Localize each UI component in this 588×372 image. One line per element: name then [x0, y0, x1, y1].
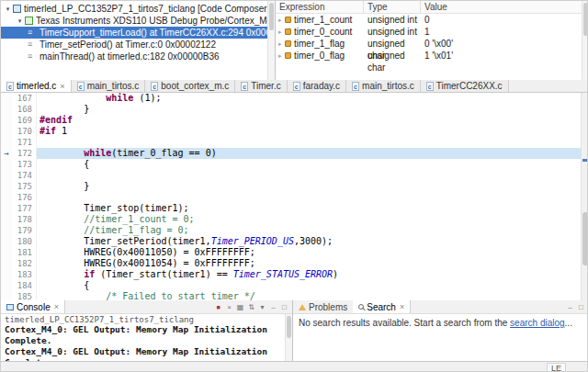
editor-tab-TimerCC26XX-c[interactable]: cTimerCC26XX.c — [421, 80, 509, 92]
expression-icon — [285, 28, 291, 35]
code-line[interactable]: 183 if (Timer_start(timer1) == Timer_STA… — [1, 269, 588, 280]
breakpoint-margin[interactable] — [1, 203, 12, 214]
code-line[interactable]: 168 } — [1, 104, 588, 115]
debug-tree-item[interactable]: ≡Timer_setPeriod() at Timer.c:0 0x000021… — [1, 39, 275, 51]
column-header-expression[interactable]: Expression — [276, 1, 364, 13]
debug-tree-item[interactable]: ▾timerled_LP_CC1352P7_1_tirtos7_ticlang … — [1, 3, 275, 15]
code-line[interactable]: 176 — [1, 192, 588, 203]
editor-tab-timerled-c[interactable]: ctimerled.c× — [1, 80, 72, 92]
column-header-type[interactable]: Type — [364, 1, 421, 13]
breakpoint-margin[interactable] — [1, 214, 12, 225]
debug-tree-item[interactable]: ≡TimerSupport_timerLoad() at TimerCC26XX… — [1, 27, 275, 39]
scrollbar-thumb[interactable] — [287, 316, 291, 338]
c-file-icon: c — [241, 82, 248, 91]
search-dialog-link[interactable]: search dialog — [510, 318, 564, 328]
code-line[interactable]: 182 HWREG(0x40011054) = 0xFFFFFFFF; — [1, 258, 588, 269]
expander-icon[interactable]: ▾ — [16, 15, 24, 27]
expression-row[interactable]: ▸timer_0_countunsigned int1 — [276, 26, 588, 38]
code-line[interactable]: 171 — [1, 137, 588, 148]
scrollbar-thumb[interactable] — [269, 3, 274, 30]
code-line[interactable]: 173 { — [1, 159, 588, 170]
code-line[interactable]: 177 Timer_stop(timer1); — [1, 203, 588, 214]
maximize-icon[interactable]: □ — [576, 303, 586, 311]
breakpoint-margin[interactable] — [1, 104, 12, 115]
breakpoint-margin[interactable] — [1, 137, 12, 148]
breakpoint-margin[interactable] — [1, 170, 12, 181]
code-line[interactable]: 179 //timer_1_flag = 0; — [1, 225, 588, 236]
code-line[interactable]: 184 { — [1, 280, 588, 291]
editor-tab-main_tirtos-c[interactable]: cmain_tirtos.c — [346, 80, 421, 92]
problems-icon — [299, 304, 306, 310]
editor-tab-label: timerled.c — [17, 81, 56, 91]
console-scrollbar[interactable] — [285, 314, 292, 361]
remove-launch-icon[interactable]: × — [224, 303, 234, 311]
terminate-icon[interactable]: ■ — [213, 304, 223, 310]
column-header-value[interactable]: Value — [421, 1, 588, 13]
code-line[interactable]: 178 //timer_1_count = 0; — [1, 214, 588, 225]
code-line[interactable]: 175 } — [1, 181, 588, 192]
code-line[interactable]: 185 /* Failed to start timer */ — [1, 291, 588, 300]
code-text — [37, 137, 588, 148]
console-menu-icon[interactable]: ▾ — [257, 303, 267, 311]
expression-value: 0 — [421, 14, 588, 26]
line-number: 175 — [12, 181, 37, 192]
close-icon[interactable]: × — [54, 302, 59, 311]
line-number: 169 — [12, 115, 37, 126]
code-token: /* Failed to start timer */ — [106, 291, 255, 300]
instruction-pointer-icon[interactable]: → — [1, 148, 12, 159]
breakpoint-margin[interactable] — [1, 236, 12, 247]
debug-tree-item[interactable]: ≡mainThread() at timerled.c:182 0x00000B… — [1, 51, 275, 62]
editor-scrollbar[interactable] — [581, 93, 588, 300]
debug-tree-item[interactable]: ▾Texas Instruments XDS110 USB Debug Prob… — [1, 15, 275, 27]
breakpoint-margin[interactable] — [1, 291, 12, 300]
expression-row[interactable]: ▸timer_1_flagunsigned char0 '\x00' — [276, 38, 588, 50]
editor-tab-boot_cortex_m-c[interactable]: cboot_cortex_m.c — [145, 80, 235, 92]
maximize-icon[interactable]: □ — [279, 303, 289, 311]
breakpoint-margin[interactable] — [1, 126, 12, 137]
scrollbar-thumb[interactable] — [582, 212, 588, 265]
expression-name: timer_0_flag — [294, 50, 345, 62]
editor-tab-main_tirtos-c[interactable]: cmain_tirtos.c — [72, 80, 146, 92]
breakpoint-margin[interactable] — [1, 247, 12, 258]
expander-icon[interactable]: ▾ — [4, 3, 12, 15]
expression-type: unsigned char — [364, 38, 421, 50]
breakpoint-margin[interactable] — [1, 181, 12, 192]
line-number: 182 — [12, 258, 37, 269]
minimize-icon[interactable]: – — [268, 303, 278, 311]
code-line[interactable]: 181 HWREG(0x40011050) = 0xFFFFFFFF; — [1, 247, 588, 258]
code-text: } — [37, 104, 588, 115]
editor-tab-Timer-c[interactable]: cTimer.c — [235, 80, 287, 92]
code-line[interactable]: 167 while (1); — [1, 93, 588, 104]
editor-tab-faraday-c[interactable]: cfaraday.c — [288, 80, 346, 92]
code-line[interactable]: 169#endif — [1, 115, 588, 126]
breakpoint-margin[interactable] — [1, 269, 12, 280]
code-line[interactable]: 180 Timer_setPeriod(timer1,Timer_PERIOD_… — [1, 236, 588, 247]
clear-console-icon[interactable]: ▦ — [235, 303, 245, 311]
code-token: #endif — [40, 115, 73, 125]
code-line[interactable]: 170#if 1 — [1, 126, 588, 137]
breakpoint-margin[interactable] — [1, 258, 12, 269]
search-message: No search results available. Start a sea… — [293, 314, 588, 332]
breakpoint-margin[interactable] — [1, 192, 12, 203]
scrollbar-thumb[interactable] — [583, 3, 588, 36]
expression-row[interactable]: ▸timer_0_flagunsigned char1 '\x01' — [276, 50, 588, 62]
tab-console[interactable]: Console × — [1, 300, 65, 313]
breakpoint-margin[interactable] — [1, 225, 12, 236]
code-line[interactable]: →172 while(timer_0_flag == 0) — [1, 148, 588, 159]
breakpoint-margin[interactable] — [1, 93, 12, 104]
expression-row[interactable]: ▸timer_1_countunsigned int0 — [276, 14, 588, 26]
close-icon[interactable]: × — [400, 302, 404, 311]
tab-problems[interactable]: Problems — [293, 300, 353, 313]
tab-search[interactable]: Search × — [353, 300, 411, 313]
code-editor[interactable]: 167 while (1);168 }169#endif170#if 1171→… — [1, 93, 588, 300]
close-icon[interactable]: × — [60, 82, 64, 91]
debug-scrollbar[interactable] — [267, 1, 275, 80]
code-text: #if 1 — [37, 126, 588, 137]
minimize-icon[interactable]: – — [565, 303, 575, 311]
code-line[interactable]: 174 — [1, 170, 588, 181]
scroll-lock-icon[interactable]: ⇅ — [246, 303, 256, 311]
expressions-scrollbar[interactable] — [582, 1, 588, 80]
breakpoint-margin[interactable] — [1, 280, 12, 291]
breakpoint-margin[interactable] — [1, 115, 12, 126]
breakpoint-margin[interactable] — [1, 159, 12, 170]
